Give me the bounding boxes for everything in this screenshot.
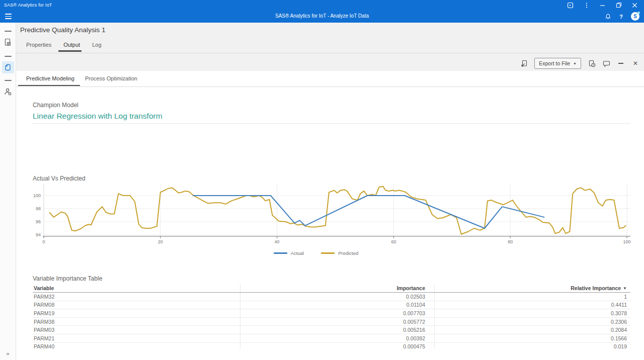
svg-text:20: 20 [158,239,163,244]
kebab-menu-icon[interactable] [583,2,590,9]
app-title: SAS® Analytics for IoT - Analyze IoT Dat… [0,13,644,19]
page-tabs: Properties Output Log [26,42,102,52]
cell-variable: PARM03 [33,326,240,334]
legend-label-actual: Actual [291,250,304,256]
cell-relative-importance: 0.2306 [435,318,630,326]
tab-output[interactable]: Output [63,42,80,52]
cell-relative-importance: 1 [435,293,630,301]
svg-text:96: 96 [36,219,41,224]
table-row[interactable]: PARM080.011040.4411 [33,301,630,310]
window-minimize-icon[interactable] [599,2,606,9]
analyze-data-icon[interactable] [2,61,14,73]
table-header-row: Variable Importance Relative Importance … [33,284,630,293]
cell-variable: PARM38 [33,318,240,326]
cell-importance: 0.01104 [240,301,435,309]
chevron-down-icon: ▼ [573,62,577,65]
legend-item-actual: Actual [274,250,304,256]
actual-line-swatch [274,252,287,254]
legend-item-predicted: Predicted [321,250,358,256]
chart-legend: Actual Predicted [16,250,616,256]
legend-label-predicted: Predicted [338,250,358,256]
output-toolbar: Export to File ▼ ✕ [520,56,639,71]
svg-text:94: 94 [36,232,41,237]
predicted-line-swatch [321,252,335,254]
output-panel: Predictive Modeling Process Optimization… [16,71,644,360]
column-header-variable[interactable]: Variable [33,284,240,292]
install-app-icon[interactable] [567,2,574,9]
variable-importance-table: Variable Importance Relative Importance … [33,284,630,349]
cell-relative-importance: 0.1566 [435,334,630,342]
page-title: Predictive Quality Analysis 1 [20,26,106,34]
comments-icon[interactable] [602,59,610,67]
sort-descending-icon: ▼ [623,286,627,291]
svg-text:0: 0 [42,239,45,244]
sidebar-divider [5,56,12,57]
cell-relative-importance: 0.019 [435,343,630,349]
actual-vs-predicted-chart: 020406080100949698100 [28,182,631,247]
tab-process-optimization[interactable]: Process Optimization [85,75,137,86]
refresh-report-icon[interactable] [520,59,528,67]
app-header-bar: SAS® Analytics for IoT - Analyze IoT Dat… [0,10,644,23]
cell-importance: 0.005216 [240,326,435,334]
cell-variable: PARM21 [33,334,240,342]
svg-text:100: 100 [623,239,630,244]
window-close-icon[interactable] [631,2,638,9]
data-sources-icon[interactable] [2,36,14,48]
cell-variable: PARM40 [33,343,240,349]
sidebar-expand-button[interactable]: » [0,350,16,356]
cell-importance: 0.02503 [240,293,435,301]
main-content: Predictive Quality Analysis 1 Properties… [16,23,644,360]
table-row[interactable]: PARM380.0057720.2306 [33,318,630,326]
cell-importance: 0.00392 [240,334,435,342]
cell-variable: PARM19 [33,309,240,317]
notifications-bell-icon[interactable] [605,13,611,20]
table-row[interactable]: PARM320.025031 [33,293,630,301]
export-to-file-button[interactable]: Export to File ▼ [534,58,581,69]
export-to-file-label: Export to File [539,60,570,66]
cell-importance: 0.007703 [240,309,435,317]
cell-importance: 0.005772 [240,318,435,326]
cell-relative-importance: 0.4411 [435,301,630,309]
close-panel-icon[interactable]: ✕ [631,59,639,67]
svg-text:98: 98 [36,206,41,211]
svg-text:100: 100 [33,193,41,198]
window-restore-icon[interactable] [615,2,622,9]
table-body: PARM320.025031PARM080.011040.4411PARM190… [33,293,630,349]
table-row[interactable]: PARM190.0077030.3078 [33,309,630,318]
cell-importance: 0.000475 [240,343,435,349]
output-subtabs: Predictive Modeling Process Optimization [26,75,137,86]
column-header-importance[interactable]: Importance [240,284,435,292]
tabs-divider [16,53,644,53]
cell-relative-importance: 0.3078 [435,309,630,317]
table-title: Variable Importance Table [33,275,102,282]
column-header-label: Relative Importance [571,285,621,291]
champion-model-value: Linear Regression with Log transform [33,112,163,121]
tab-predictive-modeling[interactable]: Predictive Modeling [26,75,74,86]
champion-model-label: Champion Model [33,102,78,109]
window-title: SAS® Analytics for IoT [0,3,52,8]
tab-log[interactable]: Log [92,42,101,52]
svg-text:60: 60 [391,239,396,244]
sidebar-divider [5,80,12,81]
table-row[interactable]: PARM210.003920.1566 [33,334,630,343]
chart-title: Actual Vs Predicted [33,175,86,182]
cell-variable: PARM08 [33,301,240,309]
column-header-relative-importance[interactable]: Relative Importance ▼ [435,284,630,292]
cell-relative-importance: 0.2084 [435,326,630,334]
help-icon[interactable]: ? [618,13,624,20]
tab-properties[interactable]: Properties [26,42,51,52]
cell-variable: PARM32 [33,293,240,301]
users-admin-icon[interactable] [2,85,14,98]
subtabs-divider [16,86,644,87]
window-titlebar: SAS® Analytics for IoT [0,0,644,10]
minimize-panel-icon[interactable] [617,59,625,67]
table-row[interactable]: PARM030.0052160.2084 [33,326,630,334]
section-divider [32,123,630,124]
sidebar-divider [5,31,12,32]
table-row[interactable]: PARM400.0004750.019 [33,343,630,349]
svg-text:80: 80 [508,239,513,244]
left-sidebar: » [0,23,16,360]
user-avatar[interactable]: S [631,12,639,21]
svg-text:40: 40 [275,239,280,244]
schedule-icon[interactable] [588,59,596,67]
